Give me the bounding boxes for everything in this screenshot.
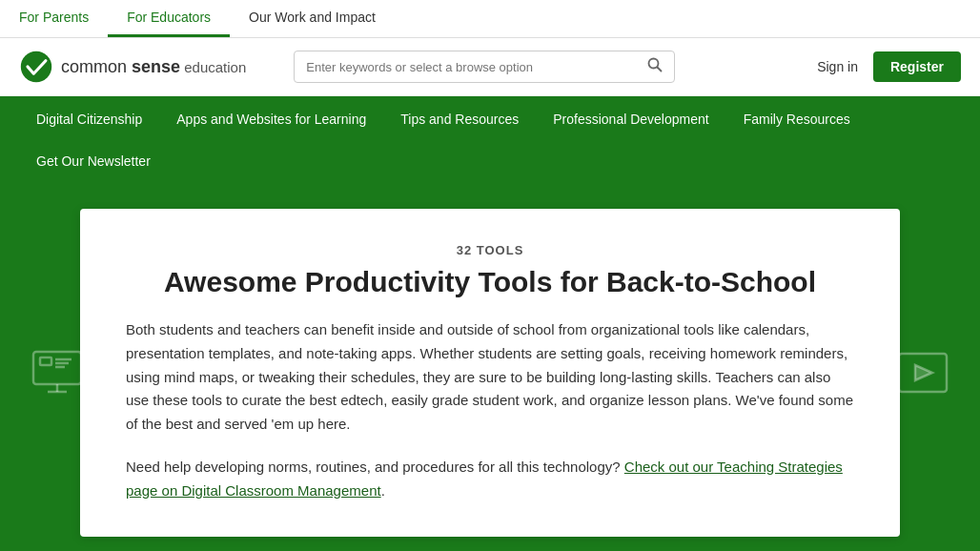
- nav-get-newsletter[interactable]: Get Our Newsletter: [19, 142, 168, 180]
- top-nav-for-parents[interactable]: For Parents: [0, 0, 108, 37]
- top-navigation: For Parents For Educators Our Work and I…: [0, 0, 980, 38]
- site-logo[interactable]: common sense education: [19, 50, 246, 84]
- register-button[interactable]: Register: [873, 51, 961, 82]
- search-submit-button[interactable]: [647, 57, 663, 76]
- search-icon: [647, 57, 663, 72]
- search-bar[interactable]: [294, 51, 675, 83]
- hero-content-wrapper: 32 TOOLS Awesome Productivity Tools for …: [0, 180, 980, 551]
- nav-apps-websites[interactable]: Apps and Websites for Learning: [159, 96, 383, 142]
- sign-in-button[interactable]: Sign in: [817, 59, 858, 74]
- logo-icon: [19, 50, 53, 84]
- nav-professional-dev[interactable]: Professional Development: [536, 96, 725, 142]
- logo-text: common sense education: [61, 57, 246, 77]
- search-input[interactable]: [306, 60, 647, 74]
- top-nav-our-work[interactable]: Our Work and Impact: [230, 0, 395, 37]
- hero-link-period: .: [381, 482, 385, 499]
- hero-card: 32 TOOLS Awesome Productivity Tools for …: [80, 209, 900, 537]
- main-navigation: Digital Citizenship Apps and Websites fo…: [0, 96, 980, 180]
- hero-link-paragraph: Need help developing norms, routines, an…: [126, 456, 854, 503]
- hero-tag: 32 TOOLS: [126, 243, 854, 257]
- hero-description: Both students and teachers can benefit i…: [126, 318, 854, 437]
- hero-title: Awesome Productivity Tools for Back-to-S…: [126, 265, 854, 299]
- hero-section: 32 TOOLS Awesome Productivity Tools for …: [0, 180, 980, 551]
- main-nav-row-2: Get Our Newsletter: [19, 142, 961, 180]
- main-nav-row-1: Digital Citizenship Apps and Websites fo…: [19, 96, 961, 142]
- nav-family-resources[interactable]: Family Resources: [726, 96, 868, 142]
- nav-digital-citizenship[interactable]: Digital Citizenship: [19, 96, 159, 142]
- svg-point-0: [21, 51, 51, 82]
- top-nav-for-educators[interactable]: For Educators: [108, 0, 230, 37]
- site-header: common sense education Sign in Register: [0, 38, 980, 96]
- hero-link-intro: Need help developing norms, routines, an…: [126, 459, 621, 475]
- svg-line-2: [658, 68, 662, 71]
- nav-tips-resources[interactable]: Tips and Resources: [383, 96, 536, 142]
- header-actions: Sign in Register: [817, 51, 961, 82]
